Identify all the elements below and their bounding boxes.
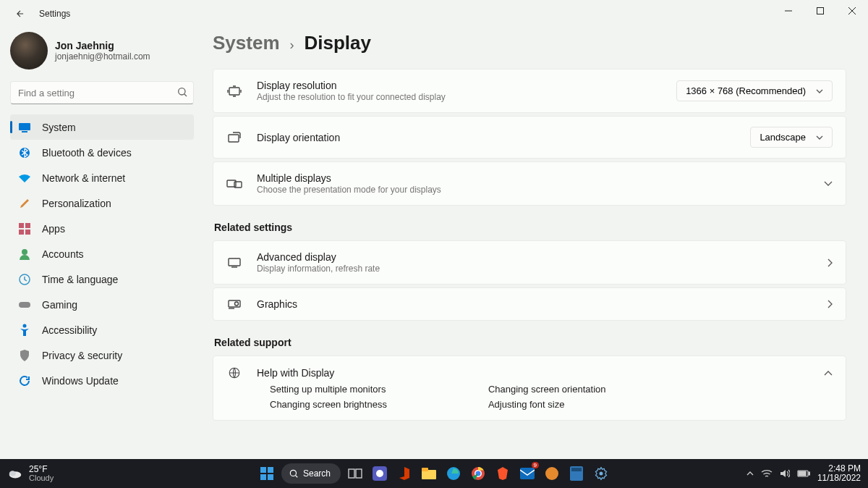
minimize-button[interactable] bbox=[773, 0, 804, 22]
nav-list: SystemBluetooth & devicesNetwork & inter… bbox=[10, 114, 194, 393]
setting-display-resolution[interactable]: Display resolution Adjust the resolution… bbox=[213, 69, 846, 113]
sidebar-item-time-language[interactable]: Time & language bbox=[10, 266, 194, 292]
svg-point-38 bbox=[376, 470, 383, 477]
profile-block[interactable]: Jon Jaehnig jonjaehnig@hotmail.com bbox=[10, 32, 194, 70]
svg-point-33 bbox=[290, 470, 296, 476]
taskbar-clock[interactable]: 2:48 PM 11/18/2022 bbox=[817, 464, 861, 483]
taskbar-weather[interactable]: 25°F Cloudy bbox=[0, 465, 54, 482]
profile-email: jonjaehnig@hotmail.com bbox=[55, 51, 150, 62]
setting-graphics[interactable]: Graphics bbox=[213, 287, 846, 321]
setting-subtitle: Adjust the resolution to fit your connec… bbox=[257, 92, 676, 102]
search-label: Search bbox=[303, 468, 331, 479]
wifi-icon bbox=[17, 171, 32, 185]
sidebar-item-label: Gaming bbox=[42, 299, 77, 311]
sidebar-item-label: Accessibility bbox=[42, 324, 97, 336]
gpu-icon bbox=[226, 299, 242, 309]
sidebar-item-accounts[interactable]: Accounts bbox=[10, 241, 194, 266]
main-content: System › Display Display resolution Adju… bbox=[203, 22, 868, 459]
setting-title: Advanced display bbox=[257, 251, 827, 263]
sidebar-item-label: System bbox=[42, 122, 76, 133]
window-title: Settings bbox=[39, 9, 70, 19]
chevron-down-icon bbox=[816, 89, 823, 93]
taskbar-app-brave[interactable] bbox=[493, 463, 513, 484]
shield-icon bbox=[17, 348, 32, 363]
accessibility-icon bbox=[17, 323, 32, 337]
setting-subtitle: Choose the presentation mode for your di… bbox=[257, 185, 824, 195]
taskbar-app-teams[interactable] bbox=[370, 463, 390, 484]
search-input[interactable] bbox=[10, 81, 194, 104]
brush-icon bbox=[17, 196, 32, 211]
setting-title: Graphics bbox=[257, 298, 827, 310]
tray-volume-icon[interactable] bbox=[780, 469, 790, 478]
breadcrumb-current: Display bbox=[305, 32, 372, 54]
resolution-dropdown[interactable]: 1366 × 768 (Recommended) bbox=[676, 80, 833, 101]
sidebar-item-accessibility[interactable]: Accessibility bbox=[10, 317, 194, 342]
taskbar-app-chrome[interactable] bbox=[468, 463, 488, 484]
avatar bbox=[10, 32, 48, 70]
task-view-icon[interactable] bbox=[345, 463, 365, 484]
help-link[interactable]: Changing screen brightness bbox=[270, 399, 387, 410]
close-button[interactable] bbox=[836, 0, 868, 22]
svg-rect-51 bbox=[809, 472, 810, 475]
setting-title: Display resolution bbox=[257, 80, 676, 91]
orientation-dropdown[interactable]: Landscape bbox=[750, 127, 833, 148]
globe-clock-icon bbox=[17, 272, 32, 287]
chevron-down-icon bbox=[816, 135, 823, 140]
sidebar-item-network-internet[interactable]: Network & internet bbox=[10, 165, 194, 190]
monitor-icon bbox=[17, 120, 32, 135]
search-icon bbox=[289, 468, 299, 479]
start-button[interactable] bbox=[257, 463, 277, 484]
tray-wifi-icon[interactable] bbox=[761, 469, 773, 478]
setting-display-orientation[interactable]: Display orientation Landscape bbox=[213, 116, 846, 159]
help-globe-icon bbox=[226, 366, 242, 379]
bluetooth-icon bbox=[17, 146, 32, 160]
tray-chevron-icon[interactable] bbox=[746, 471, 754, 476]
setting-title: Help with Display bbox=[257, 367, 824, 379]
taskbar-app-office[interactable] bbox=[394, 463, 414, 484]
taskbar-app-explorer[interactable] bbox=[419, 463, 439, 484]
setting-multiple-displays[interactable]: Multiple displays Choose the presentatio… bbox=[213, 161, 846, 206]
sidebar-item-label: Time & language bbox=[42, 274, 118, 285]
svg-rect-36 bbox=[356, 469, 362, 478]
taskbar-app-calculator[interactable] bbox=[566, 463, 587, 484]
taskbar-app-generic1[interactable] bbox=[542, 463, 562, 484]
svg-rect-35 bbox=[349, 469, 354, 478]
help-link[interactable]: Adjusting font size bbox=[488, 399, 606, 410]
weather-label: Cloudy bbox=[29, 474, 54, 482]
setting-advanced-display[interactable]: Advanced display Display information, re… bbox=[213, 240, 846, 285]
taskbar-app-mail[interactable]: 9 bbox=[517, 463, 537, 484]
svg-rect-48 bbox=[571, 468, 582, 471]
sidebar-item-windows-update[interactable]: Windows Update bbox=[10, 368, 194, 393]
sidebar-item-personalization[interactable]: Personalization bbox=[10, 190, 194, 216]
help-with-display[interactable]: Help with Display Setting up multiple mo… bbox=[213, 356, 846, 421]
sidebar-item-system[interactable]: System bbox=[10, 114, 194, 140]
svg-rect-52 bbox=[799, 471, 806, 476]
update-icon bbox=[17, 374, 32, 388]
sidebar-item-apps[interactable]: Apps bbox=[10, 216, 194, 241]
taskbar-app-settings[interactable] bbox=[591, 463, 611, 484]
setting-title: Display orientation bbox=[257, 132, 750, 143]
clock-date: 11/18/2022 bbox=[817, 474, 861, 483]
taskbar-app-edge[interactable] bbox=[443, 463, 464, 484]
section-related-support: Related support bbox=[214, 337, 846, 348]
chevron-down-icon bbox=[824, 181, 833, 186]
sidebar-item-privacy-security[interactable]: Privacy & security bbox=[10, 342, 194, 368]
help-link[interactable]: Changing screen orientation bbox=[488, 384, 606, 395]
breadcrumb-parent[interactable]: System bbox=[213, 32, 280, 54]
sidebar-item-gaming[interactable]: Gaming bbox=[10, 292, 194, 317]
sidebar-item-label: Privacy & security bbox=[42, 350, 122, 361]
profile-name: Jon Jaehnig bbox=[55, 40, 150, 51]
tray-battery-icon[interactable] bbox=[797, 470, 810, 477]
svg-point-49 bbox=[600, 472, 603, 476]
svg-rect-21 bbox=[229, 258, 240, 266]
svg-rect-1 bbox=[817, 8, 824, 14]
svg-rect-10 bbox=[25, 223, 30, 228]
taskbar-search[interactable]: Search bbox=[281, 463, 341, 484]
help-link[interactable]: Setting up multiple monitors bbox=[270, 384, 387, 395]
back-button[interactable] bbox=[12, 5, 29, 22]
maximize-button[interactable] bbox=[804, 0, 836, 22]
sidebar-item-label: Bluetooth & devices bbox=[42, 147, 132, 159]
svg-rect-15 bbox=[19, 302, 30, 308]
svg-point-28 bbox=[9, 471, 16, 476]
sidebar-item-bluetooth-devices[interactable]: Bluetooth & devices bbox=[10, 140, 194, 165]
